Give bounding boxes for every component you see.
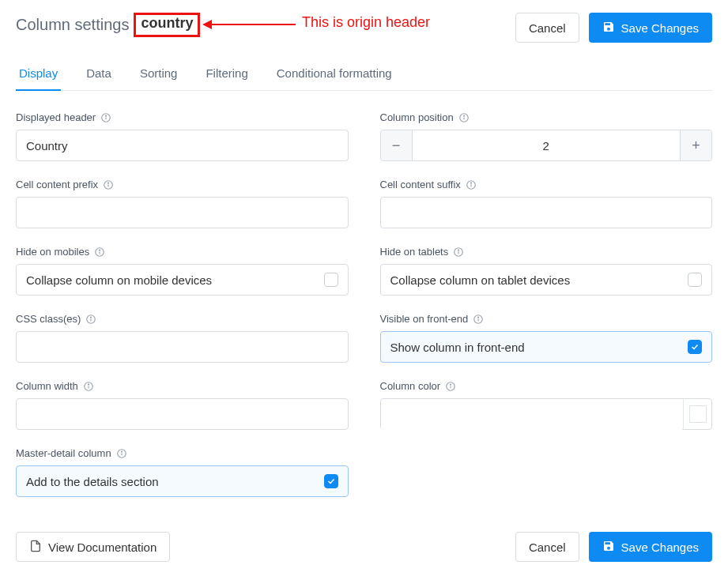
label-displayed-header: Displayed header: [16, 111, 96, 123]
label-column-width: Column width: [16, 380, 78, 392]
info-icon[interactable]: [453, 247, 464, 258]
label-cell-suffix: Cell content suffix: [380, 179, 461, 190]
annotation-text: This is origin header: [302, 14, 430, 31]
origin-header-value: country: [134, 13, 200, 37]
field-column-position: Column position − +: [380, 111, 713, 161]
view-documentation-button[interactable]: View Documentation: [16, 532, 170, 562]
visible-front-toggle[interactable]: Show column in front-end: [380, 331, 713, 363]
field-visible-front: Visible on front-end Show column in fron…: [380, 313, 713, 363]
save-icon: [602, 540, 615, 555]
tab-display[interactable]: Display: [16, 58, 61, 91]
hide-tablets-option: Collapse column on tablet devices: [390, 273, 571, 287]
info-icon[interactable]: [116, 448, 127, 459]
label-column-color: Column color: [380, 380, 441, 392]
field-hide-tablets: Hide on tablets Collapse column on table…: [380, 246, 713, 296]
label-column-position: Column position: [380, 111, 454, 123]
svg-point-11: [470, 183, 471, 183]
svg-point-5: [463, 115, 464, 116]
label-cell-prefix: Cell content prefix: [16, 179, 98, 190]
svg-point-17: [458, 250, 459, 250]
label-hide-tablets: Hide on tablets: [380, 246, 449, 258]
info-icon[interactable]: [458, 112, 470, 123]
field-cell-suffix: Cell content suffix: [380, 179, 713, 228]
column-color-input[interactable]: [381, 399, 684, 431]
info-icon[interactable]: [94, 247, 105, 258]
checkbox-icon: [688, 273, 702, 287]
cell-suffix-input[interactable]: [380, 197, 713, 228]
svg-point-32: [121, 451, 122, 452]
cell-prefix-input[interactable]: [16, 197, 349, 228]
info-icon[interactable]: [100, 112, 111, 123]
save-button-label: Save Changes: [621, 21, 699, 35]
column-width-input[interactable]: [16, 398, 349, 430]
svg-point-8: [108, 183, 109, 183]
master-detail-toggle[interactable]: Add to the details section: [16, 465, 349, 497]
field-column-width: Column width: [16, 380, 349, 430]
label-visible-front: Visible on front-end: [380, 313, 469, 325]
visible-front-option: Show column in front-end: [390, 341, 525, 354]
save-button[interactable]: Save Changes: [589, 13, 712, 43]
hide-mobiles-option: Collapse column on mobile devices: [26, 273, 212, 287]
svg-point-26: [88, 384, 89, 385]
svg-point-20: [91, 317, 92, 318]
field-cell-prefix: Cell content prefix: [16, 179, 349, 228]
info-icon[interactable]: [83, 381, 94, 392]
tab-data[interactable]: Data: [83, 58, 115, 91]
svg-point-23: [478, 317, 479, 318]
page-title: Column settings: [16, 16, 129, 34]
stepper-plus-button[interactable]: +: [680, 130, 711, 160]
save-button-label: Save Changes: [621, 541, 699, 554]
field-displayed-header: Displayed header: [16, 111, 349, 161]
svg-point-29: [451, 384, 451, 385]
save-button[interactable]: Save Changes: [589, 532, 712, 562]
hide-mobiles-toggle[interactable]: Collapse column on mobile devices: [16, 264, 349, 296]
css-classes-input[interactable]: [16, 331, 349, 363]
checkbox-icon: [324, 273, 338, 287]
label-master-detail: Master-detail column: [16, 447, 111, 459]
field-css-classes: CSS class(es): [16, 313, 349, 363]
checkbox-icon: [324, 474, 338, 488]
column-position-input[interactable]: [413, 130, 681, 160]
color-swatch[interactable]: [689, 405, 707, 423]
displayed-header-input[interactable]: [16, 130, 349, 161]
stepper-minus-button[interactable]: −: [381, 130, 413, 160]
cancel-button[interactable]: Cancel: [515, 13, 579, 43]
save-icon: [602, 21, 615, 36]
cancel-button[interactable]: Cancel: [515, 532, 579, 562]
field-hide-mobiles: Hide on mobiles Collapse column on mobil…: [16, 246, 349, 296]
quantity-stepper: − +: [380, 130, 713, 161]
checkbox-icon: [688, 340, 702, 354]
hide-tablets-toggle[interactable]: Collapse column on tablet devices: [380, 264, 713, 296]
tab-sorting[interactable]: Sorting: [137, 58, 181, 91]
field-master-detail: Master-detail column Add to the details …: [16, 447, 349, 497]
label-hide-mobiles: Hide on mobiles: [16, 246, 89, 258]
tabs: Display Data Sorting Filtering Condition…: [16, 58, 712, 91]
tab-filtering[interactable]: Filtering: [202, 58, 251, 91]
svg-point-2: [106, 115, 107, 116]
info-icon[interactable]: [473, 314, 484, 325]
info-icon[interactable]: [85, 314, 96, 325]
info-icon[interactable]: [445, 381, 456, 392]
info-icon[interactable]: [103, 179, 114, 190]
field-column-color: Column color: [380, 380, 713, 430]
svg-point-14: [100, 250, 100, 250]
annotation-arrow: [209, 24, 296, 25]
column-color-picker[interactable]: [380, 398, 713, 430]
view-documentation-label: View Documentation: [48, 541, 157, 554]
label-css-classes: CSS class(es): [16, 313, 81, 325]
info-icon[interactable]: [466, 179, 477, 190]
master-detail-option: Add to the details section: [26, 475, 159, 488]
document-icon: [29, 540, 42, 555]
tab-conditional[interactable]: Conditional formatting: [273, 58, 395, 91]
